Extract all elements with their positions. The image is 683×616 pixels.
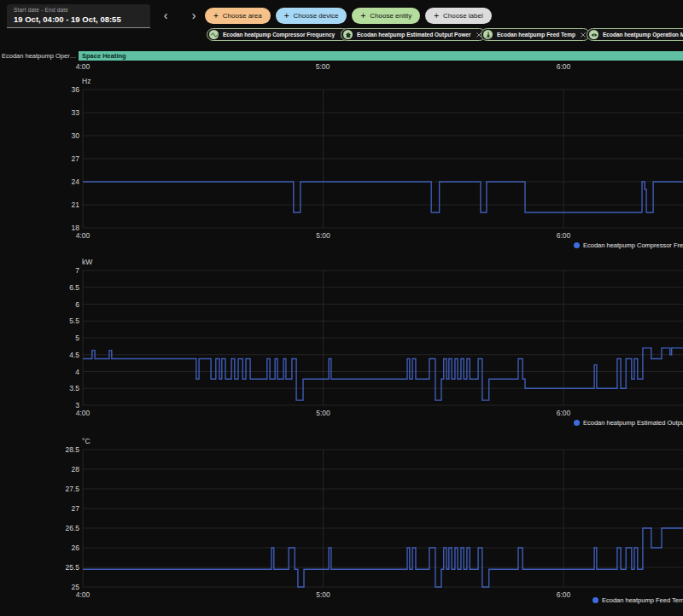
choose-device-chip-label: Choose device — [294, 12, 339, 20]
choose-area-chip-label: Choose area — [223, 12, 262, 20]
history-page: Start date - End date 19 Oct, 04:00 - 19… — [0, 0, 683, 616]
y-tick-label: 36 — [72, 85, 80, 94]
y-tick-label: 3.5 — [69, 384, 79, 392]
timeline-tick: 6:00 — [557, 62, 571, 71]
date-range-picker[interactable]: Start date - End date 19 Oct, 04:00 - 19… — [7, 4, 150, 28]
x-tick-label: 4:00 — [76, 409, 90, 417]
eye-icon — [589, 30, 598, 39]
y-axis-unit-hz: Hz — [82, 77, 90, 85]
legend-estimated-output-power[interactable]: Ecodan heatpump Estimated Output Power — [574, 419, 683, 427]
legend-label: Ecodan heatpump Estimated Output Power — [583, 419, 683, 427]
entity-chip-label: Ecodan heatpump Compressor Frequency — [223, 32, 335, 38]
x-tick-label: 5:00 — [316, 590, 330, 599]
plus-icon: + — [360, 12, 365, 20]
y-tick-label: 7 — [75, 266, 79, 275]
x-tick-label: 5:00 — [316, 231, 330, 240]
thermometer-icon — [483, 30, 493, 39]
y-tick-label: 4 — [75, 368, 79, 376]
date-range-picker-value: 19 Oct, 04:00 - 19 Oct, 08:55 — [14, 15, 143, 24]
x-tick-label: 5:00 — [316, 409, 330, 417]
y-tick-label: 26.5 — [65, 524, 79, 532]
y-tick-label: 28 — [72, 465, 80, 474]
entity-chip-estimated-output-power[interactable]: Ecodan heatpump Estimated Output Power — [341, 28, 486, 41]
series-line — [83, 348, 683, 400]
legend-dot — [593, 597, 598, 603]
y-tick-label: 28.5 — [65, 445, 79, 454]
y-tick-label: 30 — [72, 131, 80, 140]
plus-icon: + — [213, 12, 219, 20]
x-tick-label: 4:00 — [76, 590, 90, 599]
home-icon — [343, 30, 353, 39]
choose-entity-chip[interactable]: + Choose entity — [352, 8, 420, 24]
y-tick-label: 6.5 — [69, 283, 79, 292]
date-range-picker-label: Start date - End date — [14, 7, 143, 13]
y-tick-label: 25.5 — [65, 563, 79, 572]
legend-compressor-frequency[interactable]: Ecodan heatpump Compressor Frequency — [574, 241, 683, 249]
plus-icon: + — [284, 12, 289, 20]
next-period-button[interactable]: › — [186, 8, 201, 23]
y-tick-label: 27 — [72, 504, 80, 513]
entity-chip-operation-mode[interactable]: Ecodan heatpump Operation Mode — [587, 28, 683, 41]
plus-icon: + — [434, 12, 439, 20]
x-tick-label: 6:00 — [557, 590, 571, 599]
x-tick-label: 6:00 — [557, 409, 571, 417]
entity-chip-feed-temp[interactable]: Ecodan heatpump Feed Temp — [481, 28, 590, 41]
y-tick-label: 21 — [72, 200, 80, 209]
choose-label-chip[interactable]: + Choose label — [425, 8, 492, 24]
timeline-tick: 4:00 — [76, 62, 90, 71]
y-tick-label: 27.5 — [65, 485, 79, 493]
x-tick-label: 4:00 — [76, 231, 90, 240]
timeline-state-segment[interactable]: Space Heating — [79, 51, 683, 61]
entity-chip-label: Ecodan heatpump Operation Mode — [603, 32, 683, 38]
legend-dot — [574, 420, 580, 426]
y-tick-label: 27 — [72, 154, 80, 163]
series-line — [83, 528, 683, 587]
timeline-state-label: Space Heating — [82, 52, 126, 60]
sine-wave-icon — [209, 30, 219, 39]
legend-dot — [574, 242, 580, 248]
y-tick-label: 24 — [72, 177, 80, 186]
y-axis-unit-kw: kW — [82, 258, 92, 266]
history-charts-canvas[interactable]: 182124273033364:005:006:0033.544.555.566… — [0, 0, 683, 616]
entity-chip-compressor-frequency[interactable]: Ecodan heatpump Compressor Frequency — [207, 28, 349, 41]
y-tick-label: 5.5 — [69, 317, 79, 325]
y-tick-label: 5 — [75, 334, 79, 342]
entity-chip-label: Ecodan heatpump Estimated Output Power — [357, 32, 471, 38]
legend-label: Ecodan heatpump Compressor Frequency — [583, 241, 683, 249]
choose-device-chip[interactable]: + Choose device — [276, 8, 347, 24]
y-tick-label: 6 — [75, 300, 79, 309]
series-line — [83, 182, 683, 212]
y-tick-label: 4.5 — [69, 351, 79, 359]
choose-entity-chip-label: Choose entity — [370, 12, 412, 20]
entity-chip-label: Ecodan heatpump Feed Temp — [497, 32, 575, 38]
choose-area-chip[interactable]: + Choose area — [205, 8, 271, 24]
legend-feed-temp[interactable]: Ecodan heatpump Feed Temp — [593, 596, 683, 604]
legend-label: Ecodan heatpump Feed Temp — [602, 596, 683, 604]
y-axis-unit-celsius: °C — [82, 437, 90, 445]
filter-chip-row: + Choose area + Choose device + Choose e… — [205, 8, 492, 24]
choose-label-chip-label: Choose label — [443, 12, 483, 20]
y-tick-label: 33 — [72, 108, 80, 117]
timeline-tick: 5:00 — [316, 62, 330, 71]
y-tick-label: 26 — [72, 543, 80, 552]
timeline-entity-label: Ecodan heatpump Operation Mode — [2, 51, 78, 61]
previous-period-button[interactable]: ‹ — [158, 8, 173, 23]
x-tick-label: 6:00 — [557, 231, 571, 240]
